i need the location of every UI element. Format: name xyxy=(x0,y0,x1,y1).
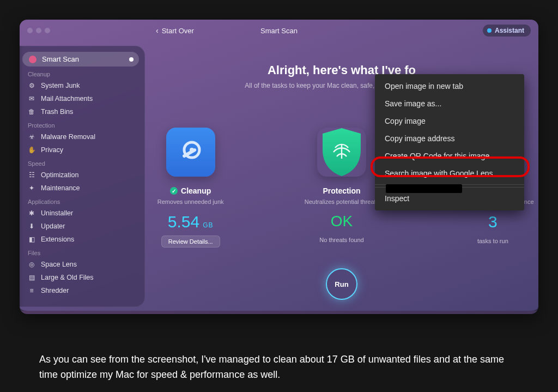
broom-icon: ✦ xyxy=(28,184,35,192)
redacted-bar xyxy=(386,184,462,193)
sidebar-item-label: Privacy xyxy=(41,146,63,154)
sidebar-item-system-junk[interactable]: ⚙System Junk xyxy=(20,80,144,92)
card-cleanup: ✓ Cleanup Removes unneeded junk 5.54 GB … xyxy=(145,128,236,248)
cleanup-unit: GB xyxy=(203,221,213,229)
assistant-label: Assistant xyxy=(495,27,524,34)
biohazard-icon: ☣ xyxy=(28,133,35,141)
title-bar: ‹ Start Over Smart Scan Assistant xyxy=(20,20,538,41)
assistant-dot-icon xyxy=(487,28,492,33)
sidebar-section-label: Cleanup xyxy=(28,71,144,77)
sidebar-item-smart-scan[interactable]: Smart Scan xyxy=(22,52,139,67)
sidebar-section-label: Protection xyxy=(28,122,144,129)
radar-icon xyxy=(29,56,37,63)
check-icon: ✓ xyxy=(170,187,178,195)
sidebar-item-space-lens[interactable]: ◎Space Lens xyxy=(20,258,144,270)
extension-icon: ◧ xyxy=(28,236,35,243)
sidebar-item-uninstaller[interactable]: ✱Uninstaller xyxy=(20,207,144,219)
cleanup-title: Cleanup xyxy=(181,186,211,195)
sidebar-item-mail-attachments[interactable]: ✉Mail Attachments xyxy=(20,93,144,105)
ctx-copy-image-address[interactable]: Copy image address xyxy=(375,130,524,147)
sidebar-item-label: Maintenance xyxy=(41,184,80,192)
sidebar-item-trash-bins[interactable]: 🗑Trash Bins xyxy=(20,106,144,118)
protection-tile xyxy=(317,128,366,177)
sidebar-item-label: Shredder xyxy=(41,287,69,294)
trash-icon: 🗑 xyxy=(28,108,35,116)
shield-fingerprint-icon xyxy=(318,126,365,178)
sidebar-item-label: Large & Old Files xyxy=(41,274,94,281)
active-bullet-icon xyxy=(129,57,134,62)
sliders-icon: ☷ xyxy=(28,171,35,179)
review-details-button[interactable]: Review Details... xyxy=(161,236,220,248)
sidebar-item-extensions[interactable]: ◧Extensions xyxy=(20,233,144,245)
sidebar-item-label: Extensions xyxy=(41,236,74,243)
protection-title: Protection xyxy=(323,186,360,195)
sidebar-item-label: Optimization xyxy=(41,171,78,179)
card-protection: Protection Neutralizes potential threats… xyxy=(296,128,387,248)
sidebar-item-malware-removal[interactable]: ☣Malware Removal xyxy=(20,131,144,143)
sidebar-item-label: System Junk xyxy=(41,82,80,89)
ctx-create-qr[interactable]: Create QR Code for this image xyxy=(375,147,524,165)
run-label: Run xyxy=(335,280,348,288)
protection-value: OK xyxy=(331,213,353,230)
sidebar-item-label: Updater xyxy=(41,222,65,230)
sidebar-active-label: Smart Scan xyxy=(42,55,79,63)
ctx-open-new-tab[interactable]: Open image in new tab xyxy=(375,77,524,95)
window-title: Smart Scan xyxy=(260,27,298,35)
sidebar: Smart Scan Cleanup⚙System Junk✉Mail Atta… xyxy=(20,46,145,307)
disc-icon: ◎ xyxy=(28,261,35,268)
disk-icon xyxy=(178,139,204,165)
app-window: ‹ Start Over Smart Scan Assistant Smart … xyxy=(20,20,538,314)
ctx-copy-image[interactable]: Copy image xyxy=(375,112,524,130)
download-icon: ⬇ xyxy=(28,222,35,230)
article-caption: As you can see from the screenshot, I've… xyxy=(39,352,519,383)
sidebar-item-shredder[interactable]: ≡Shredder xyxy=(20,285,144,297)
speed-foot: tasks to run xyxy=(477,238,508,244)
mail-icon: ✉ xyxy=(28,95,35,102)
sidebar-item-privacy[interactable]: ✋Privacy xyxy=(20,144,144,156)
sidebar-item-large-old-files[interactable]: ▤Large & Old Files xyxy=(20,272,144,284)
assistant-button[interactable]: Assistant xyxy=(483,25,531,37)
sidebar-item-label: Malware Removal xyxy=(41,133,95,141)
chevron-left-icon: ‹ xyxy=(156,26,159,35)
back-button[interactable]: ‹ Start Over xyxy=(156,26,194,35)
shredder-icon: ≡ xyxy=(28,287,35,294)
sidebar-section-label: Speed xyxy=(28,160,144,167)
protection-desc: Neutralizes potential threats xyxy=(305,198,379,205)
cleanup-desc: Removes unneeded junk xyxy=(157,198,224,205)
close-dot[interactable] xyxy=(27,28,33,33)
ctx-save-image-as[interactable]: Save image as... xyxy=(375,95,524,112)
max-dot[interactable] xyxy=(45,28,50,33)
sidebar-item-optimization[interactable]: ☷Optimization xyxy=(20,169,144,181)
protection-foot: No threats found xyxy=(319,237,363,243)
cleanup-tile xyxy=(166,128,215,177)
min-dot[interactable] xyxy=(36,28,41,33)
drawer-icon: ▤ xyxy=(28,274,35,281)
cleanup-value: 5.54 xyxy=(168,213,199,231)
hand-icon: ✋ xyxy=(28,146,35,154)
window-controls[interactable] xyxy=(27,28,50,33)
puzzle-icon: ✱ xyxy=(28,209,35,217)
sidebar-item-label: Uninstaller xyxy=(41,209,73,217)
ctx-search-google-lens[interactable]: Search image with Google Lens xyxy=(375,165,524,182)
sidebar-item-label: Trash Bins xyxy=(41,108,73,116)
speed-value: 3 xyxy=(488,213,498,231)
sidebar-section-label: Applications xyxy=(28,198,144,205)
sidebar-item-label: Mail Attachments xyxy=(41,95,93,102)
run-button[interactable]: Run xyxy=(326,268,357,300)
sidebar-section-label: Files xyxy=(28,250,144,256)
gear-icon: ⚙ xyxy=(28,82,35,89)
sidebar-item-label: Space Lens xyxy=(41,261,77,268)
sidebar-item-maintenance[interactable]: ✦Maintenance xyxy=(20,182,144,194)
back-label: Start Over xyxy=(162,27,194,35)
sidebar-item-updater[interactable]: ⬇Updater xyxy=(20,220,144,232)
